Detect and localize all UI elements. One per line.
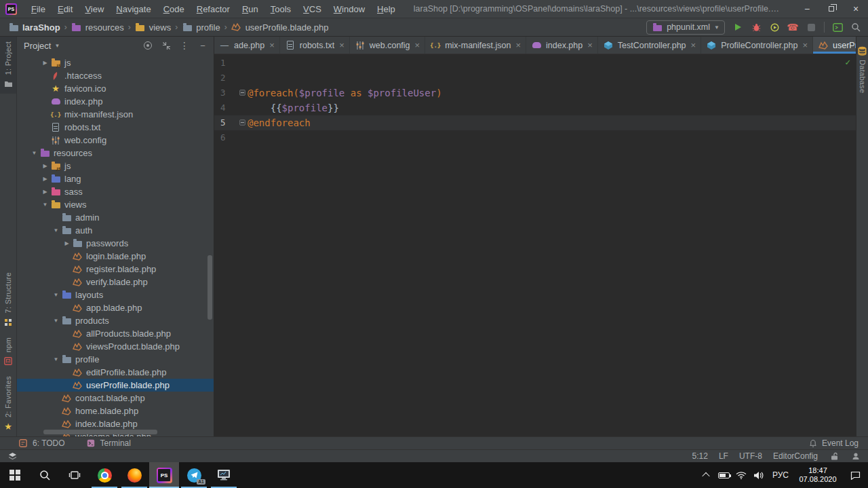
collapse-all-button[interactable] <box>161 40 172 51</box>
tab-testcontroller-php[interactable]: TestController.php× <box>598 37 701 54</box>
close-tab-icon[interactable]: × <box>339 40 344 50</box>
menu-view[interactable]: View <box>79 1 110 17</box>
breadcrumb-views[interactable]: views <box>134 21 173 33</box>
wifi-icon[interactable] <box>732 462 750 488</box>
expand-arrow-icon[interactable]: ▶ <box>40 163 50 169</box>
line-ending[interactable]: LF <box>719 451 728 461</box>
tree-item-sass[interactable]: ▶sass <box>17 185 214 198</box>
taskbar-telegram-button[interactable]: A1 <box>179 462 209 488</box>
open-terminal-button[interactable] <box>832 22 843 33</box>
close-tab-icon[interactable]: × <box>691 40 696 50</box>
encoding[interactable]: UTF-8 <box>739 451 762 461</box>
tree-item-contact-blade-php[interactable]: contact.blade.php <box>17 392 214 405</box>
tab-profilecontroller-php[interactable]: ProfileController.php× <box>701 37 813 54</box>
tool-stripe-database[interactable]: Database <box>857 41 868 98</box>
search-everywhere-button[interactable] <box>850 22 861 33</box>
tab-web-config[interactable]: web.config× <box>350 37 425 54</box>
tab-index-php[interactable]: index.php× <box>526 37 598 54</box>
action-center-icon[interactable] <box>842 462 868 488</box>
tree-item-js[interactable]: ▶JSjs <box>17 56 214 69</box>
stop-button[interactable] <box>806 22 816 33</box>
tree-item-resources[interactable]: ▼resources <box>17 147 214 159</box>
fold-marker-icon[interactable] <box>239 119 245 126</box>
expand-arrow-icon[interactable]: ▼ <box>51 318 61 324</box>
tree-item-lang[interactable]: ▶lang <box>17 172 214 185</box>
close-tab-icon[interactable]: × <box>515 40 521 50</box>
tool-stripe-npm[interactable]: npm <box>3 333 14 371</box>
tab-mix-manifest-json[interactable]: {.}mix-manifest.json× <box>425 37 526 54</box>
expand-arrow-icon[interactable]: ▶ <box>62 240 72 246</box>
minimize-button[interactable]: − <box>795 0 819 18</box>
tree-item-login-blade-php[interactable]: login.blade.php <box>17 250 214 263</box>
tab-ade-php[interactable]: —ade.php× <box>214 37 280 54</box>
menu-refactor[interactable]: Refactor <box>191 1 236 17</box>
taskbar-start-button[interactable] <box>0 462 30 488</box>
tool-stripe-7-structure[interactable]: 7: Structure <box>3 267 14 332</box>
taskbar-firefox-button[interactable] <box>119 462 149 488</box>
run-button[interactable] <box>732 22 743 33</box>
tree-item-htaccess[interactable]: .htaccess <box>17 69 214 82</box>
taskbar-chrome-button[interactable] <box>90 462 119 488</box>
tree-item-userprofile-blade-php[interactable]: userProfile.blade.php <box>17 379 214 392</box>
fold-marker-icon[interactable] <box>239 90 245 96</box>
inspection-profile-icon[interactable] <box>850 451 861 462</box>
tree-item-profile[interactable]: ▼profile <box>17 353 214 366</box>
close-tab-icon[interactable]: × <box>802 40 808 50</box>
close-button[interactable]: × <box>844 0 868 18</box>
breadcrumb-userprofile-blade-php[interactable]: userProfile.blade.php <box>230 21 330 33</box>
editorconfig-label[interactable]: EditorConfig <box>773 451 818 461</box>
expand-arrow-icon[interactable]: ▼ <box>29 150 39 156</box>
taskbar-search-button[interactable] <box>30 462 60 488</box>
project-panel-title[interactable]: Project <box>24 41 51 51</box>
lock-icon[interactable] <box>829 451 840 462</box>
taskbar-system-monitor-button[interactable] <box>209 462 239 488</box>
breadcrumb-larashop[interactable]: laraShop <box>7 21 62 33</box>
tree-item-allproducts-blade-php[interactable]: allProducts.blade.php <box>17 327 214 340</box>
event-log-button[interactable]: Event Log <box>808 438 859 449</box>
tree-item-register-blade-php[interactable]: register.blade.php <box>17 263 214 276</box>
menu-edit[interactable]: Edit <box>52 1 79 17</box>
menu-file[interactable]: File <box>25 1 52 17</box>
tree-item-views[interactable]: ▼views <box>17 198 214 211</box>
tab-userprofile-blade-php[interactable]: userProfile.blade.php× <box>813 37 856 54</box>
volume-icon[interactable] <box>750 462 768 488</box>
tree-item-products[interactable]: ▼products <box>17 314 214 327</box>
breadcrumb-resources[interactable]: resources <box>70 21 125 33</box>
debug-button[interactable] <box>751 22 762 33</box>
tree-item-js[interactable]: ▶JSjs <box>17 159 214 172</box>
layers-icon[interactable] <box>7 451 18 462</box>
close-tab-icon[interactable]: × <box>415 40 420 50</box>
menu-navigate[interactable]: Navigate <box>110 1 157 17</box>
attach-debugger-button[interactable]: ☎ <box>787 22 798 33</box>
panel-options-button[interactable]: ⋮ <box>179 40 190 51</box>
chevron-down-icon[interactable]: ▼ <box>54 43 60 49</box>
close-tab-icon[interactable]: × <box>587 40 593 50</box>
taskbar-task-view-button[interactable] <box>60 462 90 488</box>
tree-item-passwords[interactable]: ▶passwords <box>17 237 214 250</box>
tree-horizontal-scrollbar[interactable] <box>43 430 157 434</box>
tool-stripe-1-project[interactable]: 1: Project <box>0 37 16 94</box>
tree-item-web-config[interactable]: web.config <box>17 134 214 147</box>
tree-item-auth[interactable]: ▼auth <box>17 224 214 237</box>
hide-panel-button[interactable]: − <box>197 40 208 51</box>
tree-item-verify-blade-php[interactable]: verify.blade.php <box>17 276 214 288</box>
expand-arrow-icon[interactable]: ▼ <box>40 202 50 208</box>
menu-help[interactable]: Help <box>371 1 401 17</box>
taskbar-phpstorm-button[interactable]: PS <box>149 462 179 488</box>
tree-item-mix-manifest-json[interactable]: {.}mix-manifest.json <box>17 108 214 121</box>
menu-code[interactable]: Code <box>157 1 191 17</box>
run-config-select[interactable]: phpunit.xml ▼ <box>646 20 725 35</box>
tree-item-index-blade-php[interactable]: index.blade.php <box>17 417 214 430</box>
run-with-coverage-button[interactable] <box>769 22 780 33</box>
tab-robots-txt[interactable]: robots.txt× <box>280 37 350 54</box>
menu-window[interactable]: Window <box>328 1 371 17</box>
tree-item-favicon-ico[interactable]: ★favicon.ico <box>17 82 214 95</box>
tool-stripe-2-favorites[interactable]: 2: Favorites★ <box>3 371 14 436</box>
todo-tool-button[interactable]: 6: TODO <box>18 438 65 449</box>
tree-vertical-scrollbar[interactable] <box>208 255 212 320</box>
tree-item-robots-txt[interactable]: robots.txt <box>17 121 214 134</box>
tree-item-index-php[interactable]: index.php <box>17 95 214 108</box>
menu-vcs[interactable]: VCS <box>297 1 328 17</box>
caret-position[interactable]: 5:12 <box>692 451 708 461</box>
tree-item-admin[interactable]: admin <box>17 211 214 224</box>
